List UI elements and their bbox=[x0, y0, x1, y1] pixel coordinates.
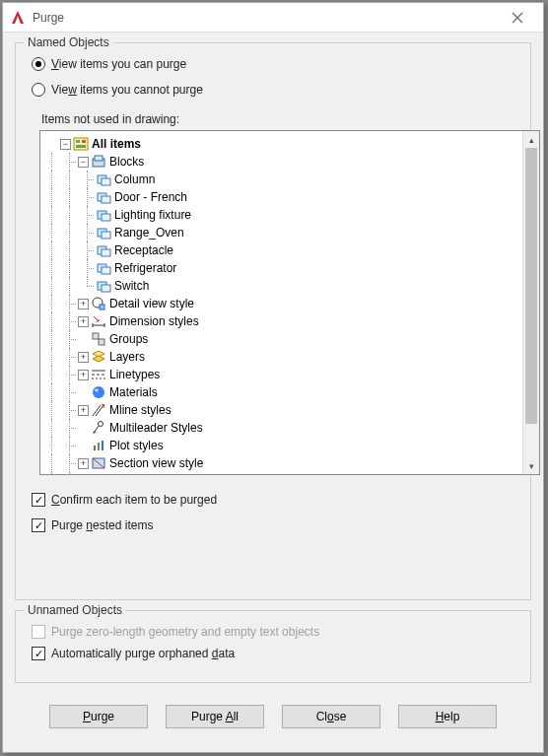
tree-label: Receptacle bbox=[114, 243, 173, 257]
window-title: Purge bbox=[33, 11, 498, 25]
block-icon bbox=[96, 242, 111, 258]
expander-icon[interactable]: + bbox=[78, 299, 89, 309]
scroll-thumb[interactable] bbox=[525, 148, 537, 424]
block-icon bbox=[96, 225, 111, 241]
check-nested[interactable]: Purge nested items bbox=[32, 518, 518, 532]
tree-label: Blocks bbox=[109, 155, 144, 169]
linetypes-icon bbox=[91, 367, 106, 382]
svg-rect-3 bbox=[76, 145, 86, 148]
tree-label: Materials bbox=[109, 385, 158, 399]
svg-rect-11 bbox=[102, 214, 110, 221]
radio-can-purge[interactable]: View items you can purge bbox=[32, 57, 518, 71]
svg-rect-5 bbox=[95, 156, 103, 161]
tree-category[interactable]: Materials bbox=[42, 383, 520, 401]
tree-label: Range_Oven bbox=[114, 226, 184, 240]
tree-block-item[interactable]: Switch bbox=[42, 277, 520, 295]
section-icon bbox=[91, 455, 106, 471]
tree-label: Detail view style bbox=[109, 297, 194, 310]
expander-icon[interactable]: + bbox=[78, 458, 89, 469]
scroll-down-icon[interactable]: ▾ bbox=[523, 457, 539, 474]
radio-cannot-purge-label: View items you cannot purge bbox=[51, 83, 203, 97]
svg-point-26 bbox=[99, 422, 103, 427]
svg-rect-29 bbox=[102, 441, 103, 450]
tree-blocks[interactable]: −Blocks bbox=[42, 153, 520, 171]
expander-icon[interactable]: + bbox=[78, 370, 89, 380]
named-objects-group: Named Objects View items you can purge V… bbox=[15, 42, 531, 600]
tree-category[interactable]: +Section view style bbox=[42, 454, 520, 472]
app-icon bbox=[9, 9, 27, 27]
tree-block-item[interactable]: Door - French bbox=[42, 188, 520, 206]
allitems-icon bbox=[73, 136, 89, 152]
expander-icon[interactable]: + bbox=[78, 316, 89, 327]
tree-category[interactable]: +Mline styles bbox=[42, 401, 520, 419]
tree-category[interactable]: Shapes bbox=[42, 472, 520, 474]
tree-block-item[interactable]: Refrigerator bbox=[42, 259, 520, 277]
tree-label: Multileader Styles bbox=[109, 421, 203, 435]
tree-category[interactable]: Multileader Styles bbox=[42, 419, 520, 437]
svg-rect-15 bbox=[102, 249, 110, 256]
tree-category[interactable]: +Dimension styles bbox=[42, 312, 520, 330]
svg-rect-28 bbox=[98, 443, 100, 450]
check-zero-length-label: Purge zero-length geometry and empty tex… bbox=[51, 625, 319, 639]
multileader-icon bbox=[91, 420, 106, 436]
tree-block-item[interactable]: Column bbox=[42, 171, 520, 188]
dim-icon bbox=[91, 313, 106, 329]
unnamed-objects-group: Unnamed Objects Purge zero-length geomet… bbox=[15, 610, 531, 683]
tree-block-item[interactable]: Lighting fixture bbox=[42, 206, 520, 224]
tree-label: Switch bbox=[114, 279, 149, 293]
check-confirm[interactable]: Confirm each item to be purged bbox=[32, 493, 518, 507]
titlebar[interactable]: Purge bbox=[3, 3, 543, 33]
help-button[interactable]: Help bbox=[398, 705, 497, 728]
tree-label: Linetypes bbox=[109, 368, 160, 381]
svg-rect-17 bbox=[102, 267, 110, 274]
close-button[interactable]: Close bbox=[282, 705, 380, 728]
tree-category[interactable]: +Layers bbox=[42, 348, 520, 366]
purge-button[interactable]: Purge bbox=[49, 705, 148, 728]
named-objects-legend: Named Objects bbox=[24, 35, 113, 49]
detail-icon bbox=[91, 296, 106, 311]
check-orphaned[interactable]: Automatically purge orphaned data bbox=[32, 647, 518, 660]
svg-rect-0 bbox=[74, 138, 88, 150]
tree-view[interactable]: −All items−BlocksColumnDoor - FrenchLigh… bbox=[39, 130, 540, 475]
check-zero-length: Purge zero-length geometry and empty tex… bbox=[32, 625, 518, 639]
svg-rect-21 bbox=[100, 305, 104, 309]
plot-icon bbox=[91, 438, 106, 453]
check-orphaned-label: Automatically purge orphaned data bbox=[51, 647, 235, 660]
tree-category[interactable]: +Detail view style bbox=[42, 295, 520, 312]
scroll-up-icon[interactable]: ▴ bbox=[523, 131, 539, 148]
radio-can-purge-label: View items you can purge bbox=[51, 57, 186, 71]
scrollbar[interactable]: ▴ ▾ bbox=[522, 131, 539, 474]
expander-icon[interactable]: + bbox=[78, 352, 89, 363]
radio-cannot-purge[interactable]: View items you cannot purge bbox=[32, 83, 518, 97]
close-icon[interactable] bbox=[498, 4, 537, 32]
tree-subtitle: Items not used in drawing: bbox=[41, 112, 518, 126]
tree-label: Refrigerator bbox=[114, 261, 176, 275]
groups-icon bbox=[91, 331, 106, 347]
tree-block-item[interactable]: Receptacle bbox=[42, 241, 520, 259]
block-icon bbox=[96, 278, 111, 294]
shapes-icon bbox=[91, 473, 106, 474]
unnamed-objects-legend: Unnamed Objects bbox=[24, 603, 126, 617]
expander-icon[interactable]: + bbox=[78, 405, 89, 416]
button-row: Purge Purge All Close Help bbox=[15, 693, 531, 742]
tree-label: Dimension styles bbox=[109, 314, 199, 328]
svg-rect-13 bbox=[102, 232, 110, 239]
tree-block-item[interactable]: Range_Oven bbox=[42, 224, 520, 241]
check-nested-label: Purge nested items bbox=[51, 518, 153, 532]
blocks-icon bbox=[91, 154, 106, 170]
svg-rect-7 bbox=[102, 178, 110, 185]
expander-icon[interactable]: − bbox=[78, 157, 89, 168]
tree-label: Groups bbox=[109, 332, 148, 346]
svg-point-24 bbox=[93, 386, 104, 398]
tree-category[interactable]: +Linetypes bbox=[42, 366, 520, 383]
tree-label: All items bbox=[92, 137, 141, 151]
svg-point-25 bbox=[95, 389, 99, 392]
svg-rect-27 bbox=[94, 446, 96, 450]
tree-root[interactable]: −All items bbox=[42, 135, 520, 153]
purge-all-button[interactable]: Purge All bbox=[166, 705, 264, 728]
expander-icon[interactable]: − bbox=[60, 139, 71, 150]
tree-label: Column bbox=[114, 172, 155, 186]
tree-category[interactable]: Groups bbox=[42, 330, 520, 348]
tree-category[interactable]: Plot styles bbox=[42, 437, 520, 454]
materials-icon bbox=[91, 384, 106, 400]
